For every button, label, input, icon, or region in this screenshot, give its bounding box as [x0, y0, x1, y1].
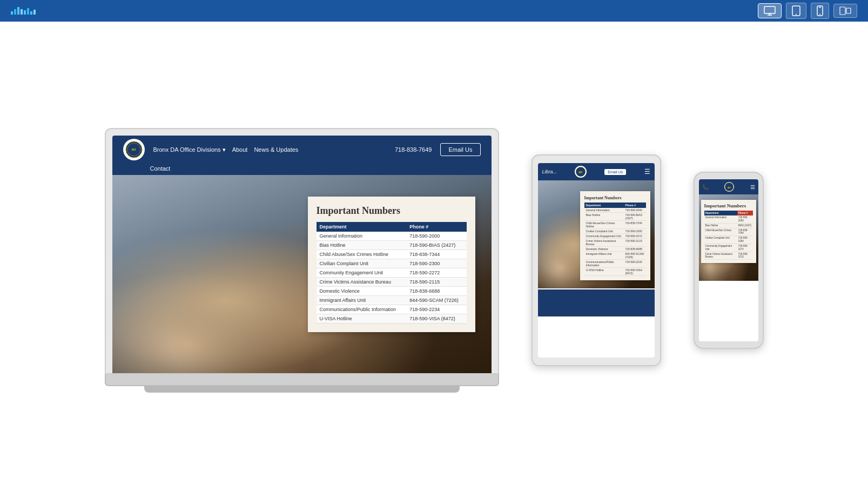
table-cell: BIAS (2427)	[737, 223, 753, 228]
tablet-email-btn[interactable]: Email Us	[604, 169, 626, 175]
tablet-seal: NY	[575, 166, 587, 178]
table-cell: 718-838-6688	[406, 287, 466, 296]
phone-header-row: Department Phone #	[704, 211, 753, 215]
table-row: Domestic Violence718-838-6688	[317, 287, 467, 296]
site-phone: 718-838-7649	[395, 146, 432, 153]
table-row: U-VISA Hotline718-590-VISA (8472)	[317, 314, 467, 323]
table-cell: Child Abuse/Sex Crimes	[704, 228, 737, 236]
table-cell: 718-590-BIAS (2427)	[624, 213, 646, 221]
table-cell: U-VISA Hotline	[584, 268, 624, 276]
table-cell: 844-590-SCAM (7226)	[624, 252, 646, 260]
svg-rect-0	[764, 6, 775, 14]
table-cell: Communications/Public Information	[584, 260, 624, 268]
svg-text:NY: NY	[579, 171, 583, 174]
phone-outer: 📞 NY ☰ Important Numbers	[694, 172, 764, 349]
table-row: Bias Hotline718-590-BIAS (2427)	[584, 213, 646, 221]
ny-seal-svg: NY	[125, 141, 143, 158]
nav-contact[interactable]: Contact	[150, 165, 481, 172]
table-cell: 718-590-2000	[737, 215, 753, 223]
table-cell: 718-590-2300	[624, 229, 646, 234]
laptop-screen-outer: NY Bronx DA Office Divisions ▾ About New…	[105, 128, 499, 374]
table-cell: Crime Victims Assistance Bureau	[584, 239, 624, 247]
phone-seal: NY	[724, 182, 734, 192]
numbers-card-title: Important Numbers	[317, 205, 467, 217]
table-cell: U-VISA Hotline	[317, 314, 407, 323]
nav-links: Bronx DA Office Divisions ▾ About News &…	[153, 146, 386, 153]
tablet-hamburger-icon[interactable]: ☰	[644, 168, 650, 176]
other-device-button[interactable]	[833, 4, 857, 18]
table-row: Domestic Violence718-838-6688	[584, 247, 646, 252]
phone-hamburger-icon[interactable]: ☰	[750, 184, 755, 190]
table-row: Crime Victims Assistance Bureau718-590-2…	[584, 239, 646, 247]
laptop-foot	[144, 386, 460, 393]
numbers-table-body: General Information718-590-2000Bias Hotl…	[317, 232, 467, 323]
table-cell: 718-590-2272	[737, 244, 753, 252]
table-cell: 718-590-2272	[624, 234, 646, 239]
svg-rect-10	[846, 8, 851, 14]
table-cell: 718-838-7344	[624, 221, 646, 229]
nav-news[interactable]: News & Updates	[254, 146, 298, 153]
table-cell: General Information	[704, 215, 737, 223]
table-cell: 718-590-2115	[737, 252, 753, 260]
table-cell: Community Engagement Unit	[317, 268, 407, 278]
table-cell: Civilian Complaint Unit	[317, 259, 407, 268]
nav-about[interactable]: About	[232, 146, 248, 153]
phone-numbers-card: Important Numbers Department Phone # Gen…	[701, 200, 756, 263]
table-cell: 718-590-2300	[406, 259, 466, 268]
logo-bars-icon	[11, 7, 36, 15]
phone-device-button[interactable]	[811, 3, 829, 19]
table-cell: Community Engagement Unit	[704, 244, 737, 252]
svg-point-5	[796, 14, 797, 15]
laptop-base	[105, 374, 499, 386]
table-cell: Bias Hotline	[704, 223, 737, 228]
table-cell: 718-590-2234	[406, 305, 466, 314]
table-row: U-VISA Hotline718-590-VISA (8472)	[584, 268, 646, 276]
table-row: Immigrant Affairs Unit844-590-SCAM (7226…	[317, 296, 467, 305]
table-cell: Communications/Public Information	[317, 305, 407, 314]
table-row: Child Abuse/Sex Crimes Hotline718-838-73…	[317, 250, 467, 259]
tablet-device-button[interactable]	[786, 3, 806, 19]
table-row: Communications/Public Information718-590…	[584, 260, 646, 268]
tablet-hero: Important Numbers Department Phone # Gen…	[538, 180, 655, 288]
app-logo	[11, 7, 36, 15]
main-area: NY Bronx DA Office Divisions ▾ About New…	[0, 22, 868, 499]
laptop-mockup: NY Bronx DA Office Divisions ▾ About New…	[105, 128, 499, 393]
table-cell: Domestic Violence	[317, 287, 407, 296]
table-row: Bias HotlineBIAS (2427)	[704, 223, 753, 228]
svg-rect-9	[840, 7, 845, 15]
nav-divisions[interactable]: Bronx DA Office Divisions ▾	[153, 146, 226, 153]
toolbar	[0, 0, 868, 22]
table-row: Civilian Complaint Unit718-590-2300	[317, 259, 467, 268]
table-cell: 718-590-2000	[406, 232, 466, 241]
phone-hero: Important Numbers Department Phone # Gen…	[699, 194, 758, 281]
table-row: Bias Hotline718-590-BIAS (2427)	[317, 241, 467, 250]
tablet-outer: Libra... NY Email Us ☰ Importan	[531, 154, 661, 366]
col-department: Department	[317, 222, 407, 232]
site-nav-row2: Contact	[112, 164, 492, 175]
tablet-icon	[792, 5, 800, 16]
desktop-device-button[interactable]	[758, 3, 782, 18]
svg-text:NY: NY	[132, 148, 136, 151]
email-us-button[interactable]: Email Us	[440, 143, 480, 156]
table-row: Crime Victims Assistance Bureau718-590-2…	[317, 278, 467, 287]
phone-device-icon	[817, 5, 823, 16]
phone-table-body: General Information718-590-2000Bias Hotl…	[704, 215, 753, 260]
desktop-icon	[764, 6, 776, 16]
table-cell: Child Abuse/Sex Crimes Hotline	[584, 221, 624, 229]
tablet-seal-svg: NY	[575, 166, 586, 177]
phone-seal-svg: NY	[724, 182, 734, 192]
table-cell: 718-590-2115	[624, 239, 646, 247]
table-cell: 718-838-7344	[406, 250, 466, 259]
table-cell: General Information	[317, 232, 407, 241]
phone-mockup: 📞 NY ☰ Important Numbers	[694, 172, 764, 349]
table-cell: 718-590-BIAS (2427)	[406, 241, 466, 250]
phone-numbers-table: Department Phone # General Information71…	[704, 211, 753, 260]
table-row: Community Engagement Unit718-590-2272	[704, 244, 753, 252]
table-cell: 718-590-2234	[624, 260, 646, 268]
tablet-nav: Libra... NY Email Us ☰	[538, 163, 655, 180]
table-cell: Civilian Complaint Unit	[584, 229, 624, 234]
ny-seal-logo: NY	[123, 139, 145, 160]
table-cell: Community Engagement Unit	[584, 234, 624, 239]
table-row: General Information718-590-2000	[704, 215, 753, 223]
tablet-libra-text: Libra...	[542, 169, 557, 174]
